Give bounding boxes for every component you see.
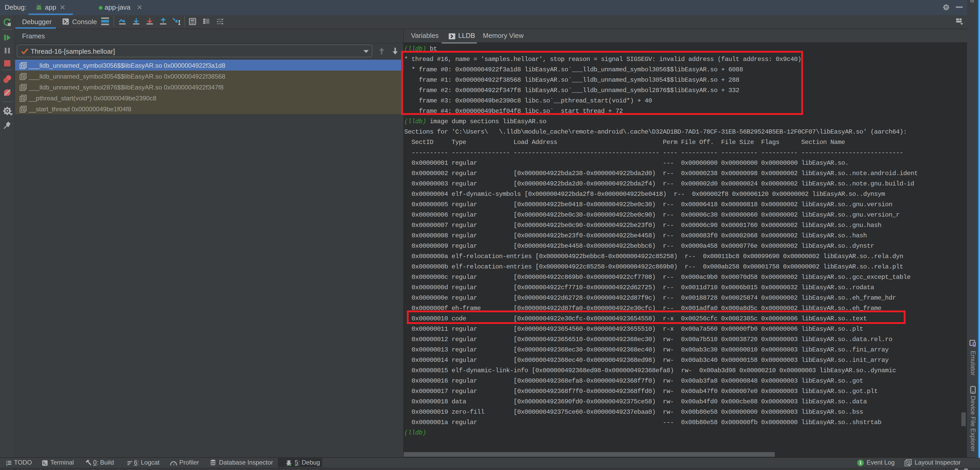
svg-text:1: 1	[859, 460, 862, 465]
